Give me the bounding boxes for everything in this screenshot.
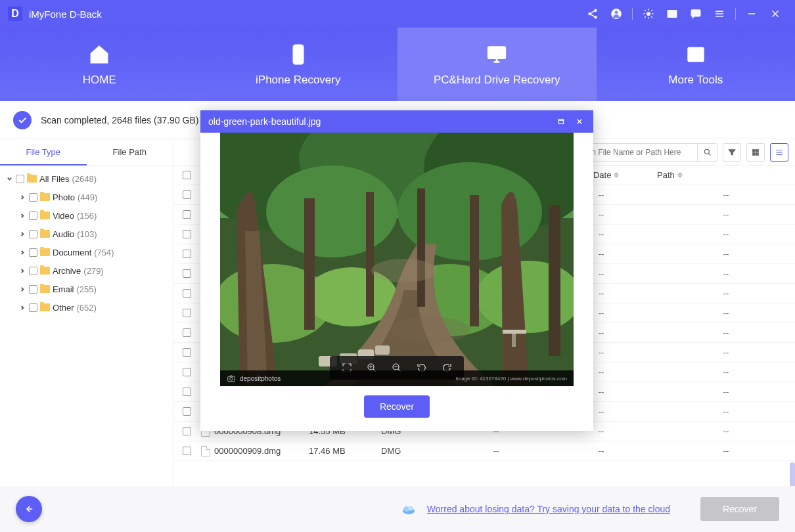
- tree-label: Document: [53, 248, 91, 257]
- tab-iphone-recovery[interactable]: iPhone Recovery: [199, 28, 398, 101]
- checkbox[interactable]: [183, 289, 191, 298]
- list-view-button[interactable]: [770, 143, 788, 162]
- tree-count: (156): [77, 211, 97, 221]
- share-icon[interactable]: [586, 7, 599, 20]
- folder-icon: [40, 248, 50, 256]
- folder-icon: [40, 303, 50, 311]
- app-title: iMyFone D-Back: [29, 9, 102, 20]
- camera-icon: [227, 374, 236, 383]
- checkbox[interactable]: [183, 269, 191, 278]
- checkbox[interactable]: [183, 368, 191, 376]
- file-icon: [201, 446, 210, 456]
- preview-close-icon[interactable]: [574, 116, 585, 127]
- file-path: --: [657, 249, 795, 259]
- table-row[interactable]: 0000000909.dmg17.46 MBDMG------: [173, 441, 795, 461]
- svg-point-50: [230, 377, 233, 380]
- titlebar: D iMyFone D-Back: [0, 0, 795, 28]
- filter-button[interactable]: [723, 143, 741, 162]
- preview-header: old-green-park-beautiful.jpg: [200, 110, 593, 133]
- checkbox[interactable]: [183, 388, 191, 396]
- tree-item[interactable]: Photo (449): [0, 188, 173, 206]
- file-path: --: [657, 367, 795, 377]
- tree-label: All Files: [39, 174, 70, 184]
- checkbox[interactable]: [16, 175, 24, 183]
- checkbox[interactable]: [183, 250, 191, 258]
- svg-point-46: [371, 259, 437, 282]
- col-path[interactable]: Path: [657, 170, 795, 180]
- minimize-icon[interactable]: [745, 7, 758, 20]
- checkbox[interactable]: [183, 447, 191, 455]
- checkbox[interactable]: [183, 407, 191, 416]
- svg-rect-23: [559, 120, 564, 124]
- tree-item-all[interactable]: All Files (2648): [0, 169, 173, 188]
- file-type: DMG: [381, 446, 447, 456]
- checkbox[interactable]: [29, 285, 37, 294]
- checkbox[interactable]: [29, 303, 37, 312]
- recover-button-main[interactable]: Recover: [700, 497, 779, 521]
- tab-home-label: HOME: [83, 74, 116, 87]
- file-path: --: [657, 407, 795, 416]
- tree-item[interactable]: Document (754): [0, 243, 173, 261]
- folder-icon: [40, 267, 50, 275]
- tree-item[interactable]: Archive (279): [0, 261, 173, 280]
- more-icon: [683, 42, 708, 67]
- file-path: --: [657, 210, 795, 219]
- tree-item[interactable]: Video (156): [0, 206, 173, 225]
- checkbox[interactable]: [183, 348, 191, 357]
- checkbox[interactable]: [183, 190, 191, 199]
- tree-label: Video: [53, 211, 74, 221]
- checkbox[interactable]: [29, 230, 37, 238]
- checkbox[interactable]: [183, 328, 191, 337]
- cloud-link[interactable]: Worred about losing data? Try saving you…: [427, 504, 670, 514]
- main-nav: HOME iPhone Recovery PC&Hard Drive Recov…: [0, 28, 795, 101]
- menu-icon[interactable]: [713, 7, 726, 20]
- preview-maximize-icon[interactable]: [555, 116, 567, 127]
- back-button[interactable]: [16, 496, 42, 522]
- checkbox[interactable]: [183, 309, 191, 317]
- feedback-icon[interactable]: [689, 7, 702, 20]
- folder-icon: [40, 211, 50, 219]
- tab-home[interactable]: HOME: [0, 28, 199, 101]
- checkbox[interactable]: [29, 248, 37, 257]
- file-modified: --: [545, 446, 657, 456]
- scrollbar[interactable]: [790, 462, 795, 486]
- tree-item[interactable]: Other (652): [0, 298, 173, 317]
- checkbox-all[interactable]: [183, 171, 191, 179]
- svg-rect-40: [366, 192, 374, 317]
- svg-point-12: [692, 54, 694, 56]
- settings-icon[interactable]: [642, 7, 655, 20]
- checkbox[interactable]: [29, 211, 37, 220]
- sidebar-tab-filepath[interactable]: File Path: [87, 139, 173, 166]
- preview-image: depositphotos Image ID: 413678420 | www.…: [220, 133, 574, 386]
- svg-point-4: [614, 11, 618, 14]
- folder-icon: [27, 175, 37, 183]
- grid-view-button[interactable]: [746, 143, 765, 162]
- mail-icon[interactable]: [666, 7, 679, 20]
- chevron-right-icon: [18, 193, 26, 201]
- checkbox[interactable]: [183, 210, 191, 219]
- chevron-right-icon: [18, 285, 26, 293]
- folder-icon: [40, 193, 50, 201]
- tree-item[interactable]: Audio (103): [0, 225, 173, 243]
- close-icon[interactable]: [769, 7, 782, 20]
- svg-rect-18: [752, 152, 755, 155]
- checkbox[interactable]: [183, 230, 191, 238]
- sidebar-tab-filetype[interactable]: File Type: [0, 139, 87, 166]
- checkbox[interactable]: [29, 193, 37, 202]
- tree-count: (279): [83, 266, 103, 276]
- chevron-right-icon: [18, 211, 26, 219]
- tree-item[interactable]: Email (255): [0, 280, 173, 298]
- preview-recover-button[interactable]: Recover: [364, 395, 430, 418]
- phone-reload-icon: [286, 42, 311, 67]
- checkbox[interactable]: [29, 267, 37, 275]
- checkbox[interactable]: [183, 427, 191, 435]
- account-icon[interactable]: [610, 7, 623, 20]
- tab-pc-recovery[interactable]: PC&Hard Drive Recovery: [398, 28, 597, 101]
- tree-count: (449): [78, 192, 97, 202]
- watermark-bar: depositphotos Image ID: 413678420 | www.…: [220, 370, 574, 386]
- file-size: 17.46 MB: [309, 446, 381, 456]
- tree-label: Audio: [53, 229, 74, 239]
- chevron-right-icon: [18, 303, 26, 311]
- tab-more-tools[interactable]: More Tools: [597, 28, 796, 101]
- search-button[interactable]: [697, 144, 717, 161]
